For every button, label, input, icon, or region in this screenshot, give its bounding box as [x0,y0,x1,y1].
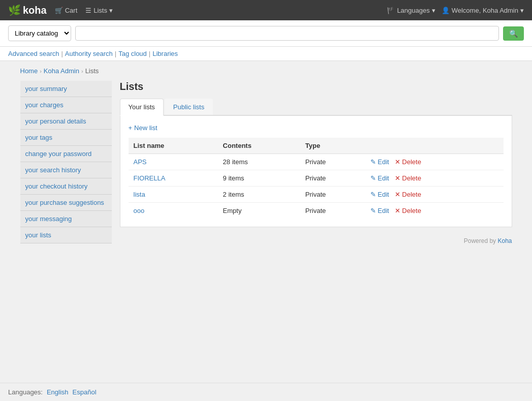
sidebar-item-your-tags[interactable]: your tags [20,130,112,146]
sidebar-item-purchase-suggestions[interactable]: your purchase suggestions [20,195,112,211]
table-row: APS 28 items Private ✎ Edit ✕ Delete [129,154,504,170]
authority-search-link[interactable]: Authority search [65,50,113,57]
new-list-label: New list [134,124,158,132]
sub-navigation: Advanced search | Authority search | Tag… [0,47,532,61]
breadcrumb-koha-admin[interactable]: Koha Admin [44,67,79,75]
advanced-search-link[interactable]: Advanced search [8,50,59,57]
list-contents-cell: 28 items [218,154,300,170]
languages-chevron-icon: ▾ [432,7,435,14]
cart-button[interactable]: 🛒 Cart [55,7,78,14]
footer-bar: Languages: English Español [0,383,532,401]
powered-by: Powered by Koha [120,237,512,250]
delete-icon: ✕ [395,207,400,214]
libraries-link[interactable]: Libraries [152,50,178,57]
tag-cloud-link[interactable]: Tag cloud [118,50,147,57]
koha-link[interactable]: Koha [497,237,512,244]
user-icon: 👤 [442,7,450,14]
welcome-label: Welcome, Koha Admin [452,7,518,14]
edit-icon: ✎ [370,158,376,166]
edit-list-button[interactable]: ✎ Edit [370,174,389,182]
powered-by-label: Powered by [464,237,496,244]
edit-list-button[interactable]: ✎ Edit [370,207,389,214]
list-name-cell: lista [129,187,218,203]
sidebar-item-messaging[interactable]: your messaging [20,211,112,227]
top-navigation: 🌿 koha 🛒 Cart ☰ Lists ▾ 🏴 Languages ▾ 👤 … [0,0,532,20]
search-icon: 🔍 [509,29,518,38]
table-row: lista 2 items Private ✎ Edit ✕ Delete [129,187,504,203]
list-name-link[interactable]: APS [134,158,147,166]
top-nav-right: 🏴 Languages ▾ 👤 Welcome, Koha Admin ▾ [387,7,524,14]
sidebar-item-search-history[interactable]: your search history [20,162,112,178]
sidebar-item-your-summary[interactable]: your summary [20,81,112,97]
sidebar: your summary your charges your personal … [20,81,112,250]
edit-list-button[interactable]: ✎ Edit [370,158,389,166]
languages-button[interactable]: 🏴 Languages ▾ [387,7,435,14]
tabs-container: Your lists Public lists [120,99,512,116]
lists-icon: ☰ [85,7,91,14]
list-name-link[interactable]: lista [134,191,145,198]
user-menu-button[interactable]: 👤 Welcome, Koha Admin ▾ [442,7,524,14]
edit-list-button[interactable]: ✎ Edit [370,191,389,198]
sep-2: | [115,50,116,57]
col-header-name: List name [129,138,218,154]
breadcrumb: Home › Koha Admin › Lists [20,67,512,75]
tab-your-lists[interactable]: Your lists [120,99,164,116]
lists-panel: + New list List name Contents Type [120,116,512,227]
breadcrumb-home[interactable]: Home [20,67,38,75]
lang-spanish-link[interactable]: Español [73,388,97,396]
tab-public-lists[interactable]: Public lists [165,99,213,115]
delete-icon: ✕ [395,191,400,198]
top-nav-left: 🌿 koha 🛒 Cart ☰ Lists ▾ [8,4,113,16]
delete-icon: ✕ [395,174,400,182]
list-contents-cell: 9 items [218,170,300,187]
user-chevron-icon: ▾ [520,7,524,14]
logo-text: koha [23,5,47,16]
lists-table: List name Contents Type APS 28 items Pri… [129,138,504,219]
sidebar-item-your-charges[interactable]: your charges [20,97,112,113]
lists-chevron-icon: ▾ [109,7,113,14]
list-contents-cell: 2 items [218,187,300,203]
koha-logo-icon: 🌿 [8,4,21,16]
languages-label: Languages [397,7,429,14]
content-wrapper: Home › Koha Admin › Lists your summary y… [0,61,532,383]
list-name-link[interactable]: FIORELLA [134,174,166,182]
list-type-cell: Private [300,203,366,219]
main-panel: Lists Your lists Public lists + New list [120,81,512,250]
list-name-link[interactable]: ooo [134,207,145,214]
delete-list-button[interactable]: ✕ Delete [395,158,421,166]
list-name-cell: ooo [129,203,218,219]
edit-icon: ✎ [370,174,376,182]
main-container: Home › Koha Admin › Lists your summary y… [12,61,520,256]
logo[interactable]: 🌿 koha [8,4,47,16]
search-input[interactable] [75,26,499,41]
list-actions-cell: ✎ Edit ✕ Delete [365,154,503,170]
lang-english-link[interactable]: English [47,388,69,396]
sidebar-item-your-lists[interactable]: your lists [20,227,112,243]
table-row: FIORELLA 9 items Private ✎ Edit ✕ Delete [129,170,504,187]
lists-button[interactable]: ☰ Lists ▾ [85,7,113,14]
plus-icon: + [129,124,133,132]
search-scope-select[interactable]: Library catalog Title Author Subject ISB… [8,25,71,41]
delete-list-button[interactable]: ✕ Delete [395,207,421,214]
table-row: ooo Empty Private ✎ Edit ✕ Delete [129,203,504,219]
list-actions-cell: ✎ Edit ✕ Delete [365,187,503,203]
list-type-cell: Private [300,154,366,170]
sidebar-item-checkout-history[interactable]: your checkout history [20,178,112,195]
search-bar: Library catalog Title Author Subject ISB… [0,20,532,47]
sidebar-item-personal-details[interactable]: your personal details [20,113,112,130]
cart-icon: 🛒 [55,7,63,14]
search-button[interactable]: 🔍 [503,26,524,41]
breadcrumb-sep-2: › [81,68,83,74]
sidebar-item-change-password[interactable]: change your password [20,146,112,162]
lists-label: Lists [93,7,107,14]
new-list-button[interactable]: + New list [129,124,158,132]
col-header-type: Type [300,138,366,154]
delete-list-button[interactable]: ✕ Delete [395,174,421,182]
list-name-cell: FIORELLA [129,170,218,187]
delete-list-button[interactable]: ✕ Delete [395,191,421,198]
list-name-cell: APS [129,154,218,170]
breadcrumb-sep-1: › [40,68,42,74]
col-header-actions [365,138,503,154]
flag-icon: 🏴 [387,7,395,14]
page-title: Lists [120,81,512,92]
